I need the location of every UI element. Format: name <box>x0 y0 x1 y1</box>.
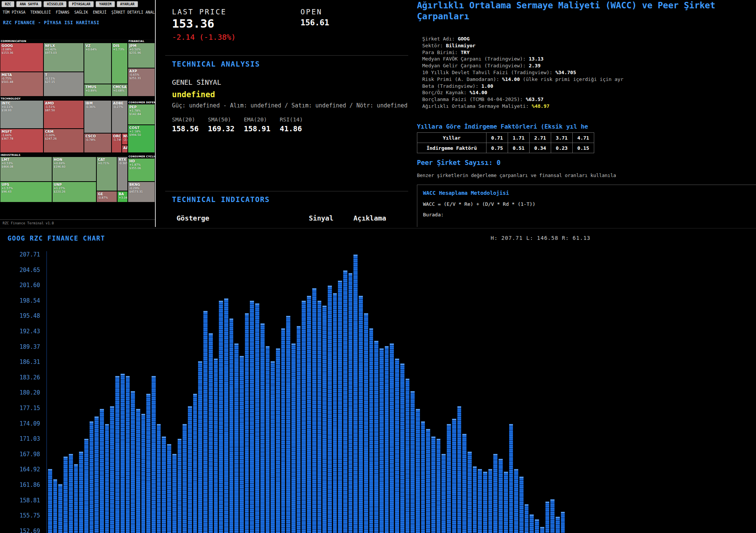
price-bar <box>488 469 493 533</box>
indicator-metrics: SMA(20)158.56SMA(50)169.32EMA(20)158.91R… <box>172 117 316 133</box>
price-bar <box>219 301 223 533</box>
heatmap-tile-adbe[interactable]: ADBE-0.27% <box>112 100 128 133</box>
technical-indicators-title: TECHNICAL INDICATORS <box>172 195 270 204</box>
heatmap-tile-hon[interactable]: HON+0.69%$196.60 <box>52 157 96 182</box>
heatmap-panel: RZCANA SAYFAHİSSELERPİYASALARYARDIMAYARL… <box>0 0 156 227</box>
tile-ticker: VZ <box>85 44 110 48</box>
metric-label: RSI(14) <box>280 117 316 123</box>
price-bar <box>286 316 290 533</box>
tile-ticker: CMCSA <box>113 85 126 89</box>
y-tick-158.81: 158.81 <box>0 497 40 504</box>
tab-enerji[interactable]: ENERJİ <box>93 10 107 14</box>
table-cell: 0.15 <box>573 143 594 153</box>
heatmap-tile-aapl[interactable]: AAPL <box>122 145 128 153</box>
price-bar <box>318 301 322 533</box>
heatmap-tile-bkng[interactable]: BKNG-0.29%$4573.31 <box>128 182 155 202</box>
heatmap-tile-ge[interactable]: GE-0.87% <box>96 191 117 202</box>
y-tick-207.71: 207.71 <box>0 251 40 258</box>
price-change: -2.14 (-1.38%) <box>172 33 236 42</box>
menu-button-yardim[interactable]: YARDIM <box>96 1 115 7</box>
heatmap-tile-axp[interactable]: AXP-0.65%$251.31 <box>128 68 155 96</box>
price-bar <box>545 502 550 533</box>
table-cell: İndirgeme Faktörü <box>417 143 486 153</box>
heatmap-tile-jpm[interactable]: JPM+0.50%$231.96 <box>128 43 155 68</box>
table-cell: 0.23 <box>551 143 573 153</box>
heatmap-tile-meta[interactable]: META-0.75%$501.48 <box>0 72 43 96</box>
sector-label-consumer-defensiv: CONSUMER DEFENSIV <box>128 100 155 104</box>
tab-teknoloji[interactable]: TEKNOLOJİ <box>30 10 51 14</box>
price-bar <box>229 319 234 533</box>
heatmap-tile-pep[interactable]: PEP+1.78%$142.84 <box>128 104 155 125</box>
heatmap-tile-orcl[interactable]: ORCL-1.74% <box>112 133 122 153</box>
heatmap-tile-amd[interactable]: AMD-1.51%$87.50 <box>43 100 84 129</box>
quote-panel: LAST PRICE 153.36 -2.14 (-1.38%) OPEN 15… <box>165 0 408 227</box>
metric-value: 41.86 <box>280 124 316 133</box>
tab-t-m-pi-yasa[interactable]: TÜM PİYASA <box>3 10 25 14</box>
tile-change: -1.74% <box>113 138 120 141</box>
heatmap-tile-goog[interactable]: GOOG-2.08%$153.36 <box>0 43 43 72</box>
y-tick-183.26: 183.26 <box>0 374 40 381</box>
price-bar <box>255 303 259 533</box>
heatmap-tile-vz[interactable]: VZ+0.64% <box>84 43 112 84</box>
heatmap-tile-rtx[interactable]: RTX-0.36% <box>117 157 128 191</box>
price-bar <box>69 454 73 533</box>
heatmap-tile-t[interactable]: T-0.11%$27.15 <box>43 72 84 96</box>
wacc-title: Ağırlıklı Ortalama Sermaye Maliyeti (WAC… <box>417 0 754 22</box>
tile-price: $220.26 <box>54 190 95 193</box>
menu-button-ayarlar[interactable]: AYARLAR <box>117 1 138 7</box>
heatmap-tile-unp[interactable]: UNP+1.27%$220.26 <box>52 182 96 202</box>
info-label: Borç/Öz Kaynak: <box>422 90 469 95</box>
table-cell: 0.51 <box>508 143 530 153</box>
y-tick-174.09: 174.09 <box>0 420 40 427</box>
heatmap-tile-nflx[interactable]: NFLX+0.42%$973.03 <box>43 43 84 72</box>
info-value: 2.39 <box>529 63 541 68</box>
tile-ticker: BKNG <box>129 183 153 186</box>
table-cell: 4.71 <box>573 133 594 143</box>
y-tick-204.65: 204.65 <box>0 267 40 273</box>
heatmap-tile-csco[interactable]: CSCO-0.78% <box>84 133 112 153</box>
menu-button-hi-sseler[interactable]: HİSSELER <box>43 1 67 7</box>
menu-button-pi-yasalar[interactable]: PİYASALAR <box>68 1 94 7</box>
tile-change: -0.11% <box>45 77 82 80</box>
metric-sma-50: SMA(50)169.32 <box>208 117 244 133</box>
tile-ticker: T <box>45 73 82 77</box>
tile-change: -0.36% <box>119 162 126 165</box>
info-label: Medyan Gelir Çarpanı (Tradingview): <box>422 63 529 68</box>
y-tick-167.98: 167.98 <box>0 451 40 458</box>
tile-change: +1.27% <box>54 186 95 190</box>
price-bar <box>468 452 472 533</box>
tile-ticker: IBM <box>85 101 110 105</box>
menu-button-ana-sayfa[interactable]: ANA SAYFA <box>16 1 42 7</box>
heatmap-tile-crm[interactable]: CRM-1.00%$247.26 <box>43 129 84 153</box>
price-bar <box>406 379 410 533</box>
heatmap-tile-cost[interactable]: COST+2.18%$994.50 <box>128 125 155 153</box>
chart-axis-line <box>46 251 47 533</box>
heatmap-tile-dis[interactable]: DIS+1.73% <box>112 43 128 84</box>
tab-fi-nans[interactable]: FİNANS <box>56 10 69 14</box>
heatmap-tile-hd[interactable]: HD+1.87%$355.06 <box>128 158 155 182</box>
tile-price: $251.31 <box>129 76 153 80</box>
heatmap-tile-intc[interactable]: INTC+0.11%$18.93 <box>0 100 43 129</box>
heatmap-tile-tmus[interactable]: TMUS+0.89% <box>84 84 112 96</box>
table-row: Yıllar0.711.712.713.714.71 <box>417 133 594 143</box>
heatmap-tile-cat[interactable]: CAT+0.71% <box>96 157 117 191</box>
heatmap-tile-ba[interactable]: BA+3.04% <box>117 191 128 202</box>
wacc-info-list: Şirket Adı: GOOGSektör: BilinmiyorPara B… <box>422 36 623 110</box>
heatmap-tile-lmt[interactable]: LMT+0.53%$464.08 <box>0 157 52 182</box>
table-cell: 3.71 <box>551 133 573 143</box>
info-label: Sektör: <box>422 43 446 48</box>
heatmap-tile-cmcsa[interactable]: CMCSA+0.68% <box>112 84 128 96</box>
table-row: İndirgeme Faktörü0.750.510.340.230.15 <box>417 143 594 153</box>
price-bar <box>380 348 384 533</box>
tab-sa-lik[interactable]: SAĞLIK <box>74 10 88 14</box>
tile-change: +0.11% <box>2 105 42 109</box>
tile-ticker: HD <box>129 159 153 163</box>
heatmap-tile-ibm[interactable]: IBM-0.36% <box>84 100 112 133</box>
metric-label: EMA(20) <box>244 117 280 123</box>
heatmap-tile-msft[interactable]: MSFT-1.66%$367.78 <box>0 129 43 153</box>
heatmap-tile-nvda[interactable]: NVDA-2.04% <box>122 133 128 145</box>
tab-i-rket-detayli-anali-z[interactable]: ŞİRKET DETAYLI ANALİZ <box>112 10 156 14</box>
heatmap-tile-ups[interactable]: UPS+1.57%$96.43 <box>0 182 52 202</box>
menu-button-rzc[interactable]: RZC <box>2 1 14 7</box>
peer-count-title: Peer Şirket Sayısı: 0 <box>417 159 500 166</box>
